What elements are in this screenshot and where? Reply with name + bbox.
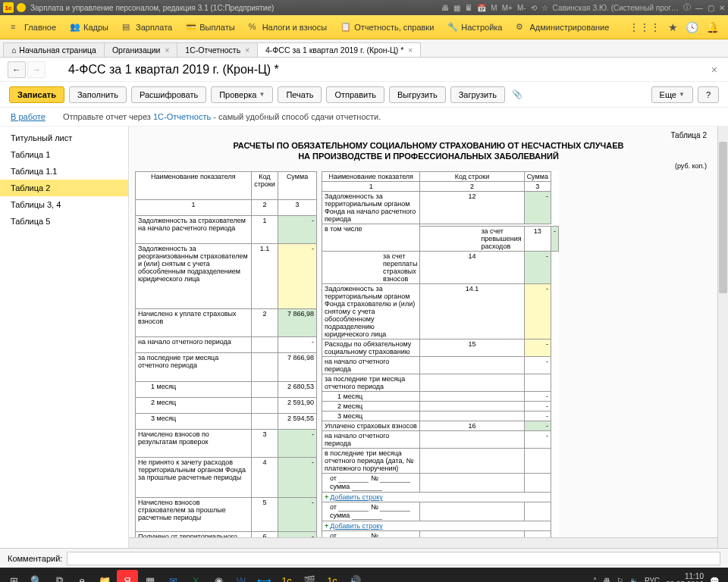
m-icon[interactable]: M (491, 4, 497, 12)
outlook-icon[interactable]: ✉ (162, 570, 184, 582)
tab-orgs[interactable]: Организации× (104, 42, 177, 57)
window-title: Зарплата и управление персоналом, редакц… (30, 4, 274, 12)
tab-reporting[interactable]: 1С-Отчетность× (177, 42, 258, 57)
sidebar-item-t5[interactable]: Таблица 5 (0, 213, 128, 230)
nav-back-button[interactable]: ← (8, 61, 26, 78)
tab-start[interactable]: ⌂Начальная страница (3, 42, 105, 57)
back-icon[interactable]: ⟲ (531, 4, 537, 12)
tray-printer-icon[interactable]: 🖶 (603, 577, 610, 583)
num-input[interactable] (380, 474, 410, 483)
sidebar-item-t1[interactable]: Таблица 1 (0, 146, 128, 163)
wrench-icon: 🔧 (447, 22, 458, 33)
nav-row: ← → 4-ФСС за 1 квартал 2019 г. (Крон-Ц) … (0, 58, 728, 82)
load-button[interactable]: Загрузить (450, 86, 505, 103)
plus-icon: + (325, 522, 328, 530)
start-button[interactable]: ⊞ (3, 570, 24, 582)
nav-forward-button[interactable]: → (27, 61, 46, 78)
app-logo: 1c (3, 2, 14, 13)
taskview-icon[interactable]: ⧉ (49, 570, 70, 582)
sidebar-item-t34[interactable]: Таблицы 3, 4 (0, 196, 128, 213)
explorer-icon[interactable]: 📁 (94, 570, 115, 582)
clapper-icon[interactable]: 🎬 (299, 570, 320, 582)
close-icon[interactable]: ✕ (719, 4, 725, 12)
search-icon[interactable]: 🔍 (26, 570, 47, 582)
menu-salary[interactable]: ▤Зарплата (116, 19, 178, 36)
chrome-icon[interactable]: ◉ (208, 570, 229, 582)
history-icon[interactable]: 🕓 (686, 21, 698, 33)
menu-taxes[interactable]: %Налоги и взносы (243, 19, 334, 36)
close-icon[interactable]: × (408, 46, 413, 55)
menu-settings[interactable]: 🔧Настройка (441, 19, 508, 36)
mminus-icon[interactable]: M- (517, 4, 526, 12)
upload-button[interactable]: Выгрузить (389, 86, 446, 103)
menu-admin[interactable]: ⚙Администрирование (510, 19, 615, 36)
page-close-button[interactable]: × (708, 61, 720, 79)
app-icon[interactable]: ▦ (140, 570, 161, 582)
menu-personnel[interactable]: 👥Кадры (64, 19, 115, 36)
add-row-link[interactable]: Добавить строку (330, 493, 382, 501)
tray-up-icon[interactable]: ˄ (593, 577, 597, 583)
more-button[interactable]: Еще▼ (651, 86, 693, 103)
num-input[interactable] (380, 503, 410, 512)
sound-icon[interactable]: 🔊 (344, 570, 366, 582)
tray-notif-icon[interactable]: 💬 (710, 577, 719, 583)
sidebar-item-t11[interactable]: Таблица 1.1 (0, 163, 128, 180)
fav-icon[interactable]: ☆ (541, 4, 548, 12)
help-button[interactable]: ? (698, 86, 719, 103)
status-link[interactable]: В работе (11, 112, 46, 121)
star-icon[interactable]: ★ (668, 21, 678, 33)
tab-4fss[interactable]: 4-ФСС за 1 квартал 2019 г. (Крон-Ц) *× (257, 42, 421, 57)
apps-icon[interactable]: ⋮⋮⋮ (629, 21, 661, 33)
sum-input[interactable] (352, 483, 382, 491)
sidebar-item-t2[interactable]: Таблица 2 (0, 180, 128, 196)
word-icon[interactable]: W (231, 570, 252, 582)
horizontal-scrollbar[interactable] (129, 537, 717, 548)
teamviewer-icon[interactable]: ⟷ (253, 570, 275, 582)
date-input[interactable] (338, 503, 369, 512)
edge-icon[interactable]: e (71, 570, 93, 582)
sum-input[interactable] (352, 512, 382, 520)
bell-icon[interactable]: 🔔 (706, 21, 719, 33)
app-menu-dropdown[interactable] (17, 3, 26, 12)
1c-icon-2[interactable]: 1c (322, 570, 343, 582)
sidebar-item-title[interactable]: Титульный лист (0, 130, 128, 146)
print-icon[interactable]: 🖶 (441, 4, 449, 12)
tray-clock[interactable]: 11:10 23.05.2019 (666, 572, 704, 582)
menu-payments[interactable]: 💳Выплаты (180, 19, 240, 36)
vertical-scrollbar[interactable] (717, 127, 728, 548)
1c-reporting-link[interactable]: 1С-Отчетность (153, 112, 211, 121)
sheet-icon[interactable]: ▦ (453, 4, 460, 12)
calendar-icon[interactable]: 📅 (477, 4, 486, 12)
comment-input[interactable] (67, 552, 720, 565)
maximize-icon[interactable]: ▢ (708, 4, 714, 12)
close-icon[interactable]: × (245, 46, 249, 55)
print-button[interactable]: Печать (278, 86, 322, 103)
menu-reports[interactable]: 📋Отчетность, справки (334, 19, 440, 36)
tray-flag-icon[interactable]: ⚐ (617, 577, 623, 583)
write-button[interactable]: Записать (9, 86, 64, 103)
tray-sound-icon[interactable]: 🔈 (629, 577, 639, 583)
chevron-down-icon: ▼ (679, 91, 685, 98)
send-button[interactable]: Отправить (326, 86, 384, 103)
attach-button[interactable]: 📎 (510, 87, 525, 102)
minimize-icon[interactable]: — (695, 4, 703, 12)
gear-icon: ⚙ (516, 22, 526, 33)
chevron-down-icon: ▼ (259, 91, 265, 98)
close-icon[interactable]: × (165, 46, 169, 55)
comment-label: Комментарий: (8, 554, 62, 563)
calc-icon[interactable]: 🖩 (465, 4, 472, 12)
plus-icon: + (325, 493, 328, 501)
info-icon[interactable]: ⓘ (683, 2, 691, 13)
menu-main[interactable]: ≡Главное (5, 19, 62, 36)
date-input[interactable] (338, 474, 369, 483)
excel-icon[interactable]: X (185, 570, 206, 582)
1c-icon[interactable]: 1c (276, 570, 297, 582)
add-row-link[interactable]: Добавить строку (330, 522, 382, 530)
fill-button[interactable]: Заполнить (69, 86, 127, 103)
titlebar-toolbar: 🖶 ▦ 🖩 📅 M M+ M- ⟲ ☆ Савинская З.Ю. (Сист… (441, 2, 725, 13)
check-button[interactable]: Проверка▼ (211, 86, 273, 103)
mplus-icon[interactable]: M+ (502, 4, 513, 12)
tray-lang[interactable]: РУС (645, 577, 660, 583)
decode-button[interactable]: Расшифровать (131, 86, 206, 103)
yandex-icon[interactable]: Я (117, 570, 138, 582)
